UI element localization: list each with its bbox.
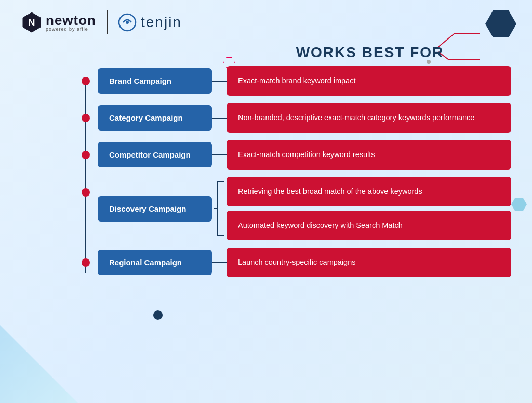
result-box-discovery-2: Automated keyword discovery with Search … [227,211,511,240]
row-competitor: Competitor Campaign Exact-match competit… [21,140,511,170]
result-text-discovery-1: Retrieving the best broad match of the a… [238,187,422,196]
campaign-box-category: Category Campaign [98,105,212,131]
campaign-label-category: Category Campaign [109,113,183,122]
result-text-brand: Exact-match brand keyword impact [238,76,355,85]
result-box-brand: Exact-match brand keyword impact [227,66,511,96]
campaign-box-competitor: Competitor Campaign [98,142,212,167]
result-text-category: Non-branded, descriptive exact-match cat… [238,113,474,122]
result-box-competitor: Exact-match competition keyword results [227,140,511,170]
campaign-box-brand: Brand Campaign [98,68,212,94]
tenjin-label: tenjin [141,14,182,31]
tenjin-icon [118,13,137,32]
connector-competitor [212,154,227,155]
result-text-competitor: Exact-match competition keyword results [238,150,375,159]
bracket-connector-wrapper [212,177,227,240]
row-regional: Regional Campaign Launch country-specifi… [21,248,511,277]
row-brand: Brand Campaign Exact-match brand keyword… [21,66,511,96]
bracket-right-lines [218,177,224,240]
dot-regional [82,258,90,267]
result-box-category: Non-branded, descriptive exact-match cat… [227,103,511,133]
svg-text:N: N [29,18,35,28]
campaign-box-discovery: Discovery Campaign [98,196,212,222]
campaign-label-regional: Regional Campaign [109,258,182,267]
bracket-bottom-line [218,235,224,236]
logo-newton: N newton powered by affle [21,11,96,33]
campaign-label-competitor: Competitor Campaign [109,150,191,159]
dot-competitor [82,151,90,159]
header-divider [107,10,108,34]
dot-discovery [82,188,90,197]
header: N newton powered by affle tenjin [21,10,511,34]
row-discovery: Discovery Campaign Retrieving the best b… [21,177,511,240]
section-title-text: WORKS BEST FOR [296,44,444,60]
campaign-label-discovery: Discovery Campaign [109,204,186,213]
discovery-results: Retrieving the best broad match of the a… [227,177,511,240]
connector-brand [212,81,227,82]
newton-icon: N [21,11,43,33]
main-layout: Brand Campaign Exact-match brand keyword… [21,66,511,284]
newton-text-block: newton powered by affle [46,12,96,32]
result-text-discovery-2: Automated keyword discovery with Search … [238,221,403,229]
connector-regional [212,262,227,263]
result-box-regional: Launch country-specific campaigns [227,248,511,277]
section-title-block: WORKS BEST FOR [229,44,511,61]
connector-category [212,118,227,119]
newton-sub-label: powered by affle [46,27,96,32]
row-category: Category Campaign Non-branded, descripti… [21,103,511,133]
dot-brand [82,77,90,85]
result-box-discovery-1: Retrieving the best broad match of the a… [227,177,511,206]
campaign-label-brand: Brand Campaign [109,76,171,85]
result-text-regional: Launch country-specific campaigns [238,258,355,266]
svg-point-3 [126,21,129,24]
campaign-box-regional: Regional Campaign [98,250,212,275]
dot-category [82,114,90,122]
logo-tenjin: tenjin [118,13,182,32]
bracket-top-line [218,181,224,182]
page-container: N newton powered by affle tenjin WORKS B… [0,0,532,403]
